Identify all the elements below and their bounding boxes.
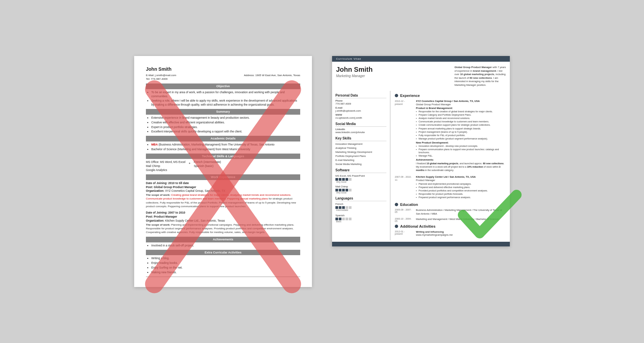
cv-banner: Curriculum Vitae <box>332 56 510 62</box>
list-item: Prepare communication plans to support n… <box>416 148 506 154</box>
work-org: Organization: XYZ Cosmetics Capital Grou… <box>146 189 300 193</box>
education-title: Education <box>400 203 418 207</box>
academic-list: MBA (Business Administration, Marketing … <box>151 143 300 152</box>
work-scope: The scope of work: Planning and implemen… <box>146 223 300 234</box>
list-item: Expert in product portfolio strategies. <box>151 125 300 129</box>
list-item: Fully responsible for P&L of product por… <box>416 134 506 137</box>
section-dot-add <box>395 225 398 228</box>
software-name: MS Excel, MS PowerPoint <box>335 174 386 177</box>
skill-item: French (intermediate) <box>194 160 221 164</box>
list-item: Bachelor of Science (Marketing and Manag… <box>151 148 300 152</box>
edu-content-1: Business Administration / Marketing Mana… <box>416 209 506 216</box>
skill-bar <box>335 178 386 181</box>
resume-good: Curriculum Vitae John Smith Marketing Ma… <box>332 56 510 246</box>
skill-item: Google Analytics <box>146 168 185 172</box>
phone-label: Phone <box>335 100 386 102</box>
lang-name: French <box>335 203 386 206</box>
skill-item: MS Office: MS Word, MS Excel <box>146 160 185 164</box>
section-extra: Extra Curricular Activities <box>146 250 300 255</box>
exp-entry-1: 2010-12 - present XYZ Cosmetics Capital … <box>395 100 506 172</box>
work-org: Organization: Kitchen Supply Center Ltd.… <box>146 219 300 223</box>
skills-grid: MS Office: MS Word, MS Excel Mail Chimp … <box>146 160 300 172</box>
experience-heading-row: Experience <box>395 94 506 98</box>
work-entry-1: Date of Joining: 2010 to till date Post:… <box>146 181 300 208</box>
www-label: WWW <box>335 114 386 116</box>
right-name: John Smith <box>336 66 447 73</box>
skill-item: Spanish (basic) <box>194 164 221 168</box>
add-entry-1: 2012-01 - present Writing and Influencin… <box>395 230 506 236</box>
right-main-body: Personal Data Phone 774-987-4009 E-mail … <box>332 91 510 240</box>
lang-item-spanish: Spanish Basic <box>335 214 386 223</box>
list-item: Innovation development - develop new pro… <box>416 145 506 148</box>
exp-section-label-2: New Product Development: <box>416 141 506 144</box>
list-item: Provided product portfolios and competit… <box>416 189 506 192</box>
bottom-bar <box>332 242 510 246</box>
exp-job-title: Global Group Product Manager <box>416 103 506 106</box>
summary-text: Global Group Product Manager with 7 year… <box>454 66 506 87</box>
exp-section-label: Product & Brand Management: <box>416 107 506 110</box>
list-item: Creative with effective and efficient or… <box>151 121 300 125</box>
skill-item: Mail Chimp <box>146 164 185 168</box>
skill-item: E-mail Marketing <box>335 159 386 162</box>
phone-value: 774-987-4009 <box>335 102 386 105</box>
bar-label: Intermediate <box>336 209 386 211</box>
main-container: John Smith E-Mail: j.smith@mail.com Tel:… <box>121 43 523 300</box>
exp-bullets-3: Planned and implemented promotional camp… <box>416 182 506 199</box>
list-item: Involved in a stock sell-off project. <box>151 244 300 248</box>
exp-entry-2: 2007-09 - 2010-11 Kitchen Supply Center … <box>395 175 506 199</box>
lang-item-french: French Intermediate <box>335 203 386 211</box>
experience-title: Experience <box>400 94 420 98</box>
skill-item: Analytical Thinking <box>335 147 386 150</box>
left-resume-header: John Smith E-Mail: j.smith@mail.com Tel:… <box>146 66 300 81</box>
edu-dates-1: 2005-09 - 2007-05 <box>395 209 413 216</box>
left-name: John Smith <box>146 66 300 73</box>
left-resume-body: Objective To be an expert in my area of … <box>146 83 300 277</box>
bar-label: Very Good <box>336 181 386 183</box>
resume-bad: John Smith E-Mail: j.smith@mail.com Tel:… <box>134 56 312 287</box>
add-content: Writing and Influencing www.mymarketingc… <box>416 230 506 236</box>
right-title: Marketing Manager <box>336 74 447 78</box>
work-date: Date of Joining: 2010 to till date <box>146 181 300 185</box>
skill-item: Marketing Strategy Development <box>335 151 386 154</box>
list-item: Prepare annual marketing plans to suppor… <box>416 127 506 130</box>
key-skills-title: Key Skills <box>335 136 386 141</box>
software-item-1: MS Excel, MS PowerPoint Very Good <box>335 174 386 183</box>
additional-title: Additional Activities <box>400 224 435 228</box>
extra-list: Writing a blog. Enjoy reading books. Enj… <box>151 256 300 275</box>
work-entry-2: Date of Joining: 2007 to 2010 Post: Prod… <box>146 211 300 234</box>
bar-label: Basic <box>336 220 386 223</box>
exp-bullets: Responsible for the creation of global b… <box>416 110 506 140</box>
section-work: Work Experience <box>146 174 300 180</box>
left-email: E-Mail: j.smith@mail.com <box>146 73 176 77</box>
linkedin-value: www.linkedin.com/johnutw <box>335 131 386 134</box>
skill-bar <box>335 206 386 209</box>
section-dot <box>395 94 398 97</box>
list-item: To be an expert in my area of work, with… <box>151 91 300 99</box>
list-item: Writing a blog. <box>151 256 300 261</box>
edu-entry-1: 2005-09 - 2007-05 Business Administratio… <box>395 209 506 216</box>
right-top-section: John Smith Marketing Manager Global Grou… <box>332 62 510 91</box>
add-detail: www.mymarketingcampaigns.me <box>416 233 506 236</box>
add-dates: 2012-01 - present <box>395 230 413 236</box>
exp-job-title-2: Product Manager <box>416 179 506 182</box>
software-title: Software <box>335 168 386 173</box>
right-name-section: John Smith Marketing Manager <box>332 62 451 91</box>
bottom-line <box>146 277 300 277</box>
skill-bar <box>335 189 386 191</box>
list-item: Responsible for product portfolio foreca… <box>416 192 506 195</box>
work-scope: The scope of work: Creating global brand… <box>146 193 300 208</box>
lang-name: Spanish <box>335 214 386 217</box>
list-item: Manage product portfolio (product segmen… <box>416 137 506 140</box>
list-item: Communicate product knowledge to custome… <box>416 120 506 123</box>
add-title: Writing and Influencing <box>416 230 506 233</box>
exp-dates-2: 2007-09 - 2010-11 <box>395 175 413 199</box>
list-item: Project management (teams of up to 5 peo… <box>416 130 506 133</box>
right-right-panel: Experience 2010-12 - present XYZ Cosmeti… <box>391 91 510 240</box>
skill-item: Innovation Management <box>335 142 386 146</box>
right-left-panel: Personal Data Phone 774-987-4009 E-mail … <box>332 91 391 240</box>
education-heading-row: Education <box>395 203 506 207</box>
list-item: Prepared and delivered effective marketi… <box>416 186 506 189</box>
section-academic: Academic Details <box>146 136 300 141</box>
list-item: Making new friends. <box>151 271 300 275</box>
exp-content-1: XYZ Cosmetics Capital Group / San Antoni… <box>416 100 506 172</box>
